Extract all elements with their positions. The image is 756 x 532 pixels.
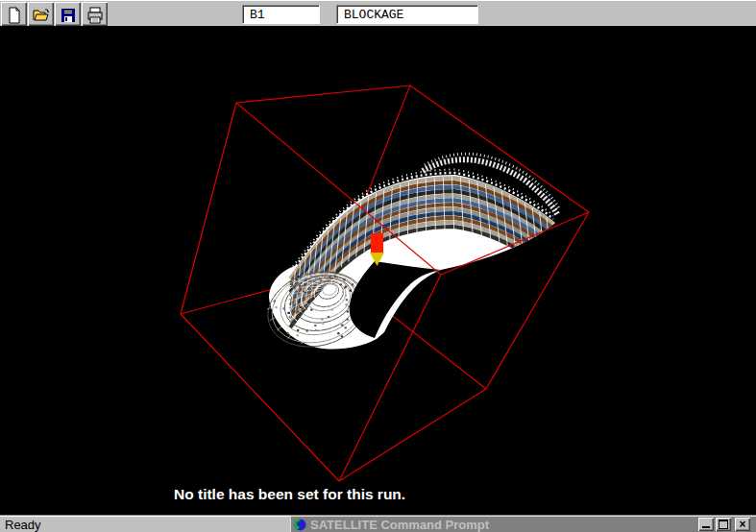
printer-icon bbox=[86, 7, 104, 24]
save-button[interactable] bbox=[55, 2, 81, 26]
floppy-disk-icon bbox=[60, 7, 77, 24]
new-button[interactable] bbox=[1, 2, 27, 26]
open-button[interactable] bbox=[28, 2, 54, 26]
maximize-icon bbox=[719, 520, 728, 529]
open-folder-icon bbox=[33, 7, 50, 24]
satellite-app-icon bbox=[294, 519, 306, 531]
no-title-message: No title has been set for this run. bbox=[174, 486, 405, 503]
minimize-button[interactable] bbox=[698, 518, 714, 531]
close-button[interactable]: × bbox=[735, 518, 750, 531]
print-button[interactable] bbox=[82, 2, 108, 26]
close-icon: × bbox=[739, 519, 745, 531]
maximize-button[interactable] bbox=[716, 518, 731, 531]
blockage-3d-render[interactable] bbox=[0, 26, 756, 515]
run-code-field[interactable] bbox=[242, 5, 320, 24]
background-window-titlebar[interactable]: SATELLITE Command Prompt × bbox=[290, 516, 756, 532]
window-title: SATELLITE Command Prompt bbox=[310, 518, 696, 532]
status-text: Ready bbox=[5, 518, 41, 532]
new-document-icon bbox=[6, 7, 23, 24]
run-type-field[interactable] bbox=[336, 5, 478, 24]
toolbar bbox=[0, 0, 756, 26]
app-screen: { "toolbar": { "buttons": [ {"id": "new"… bbox=[0, 0, 756, 532]
minimize-icon bbox=[702, 526, 710, 528]
